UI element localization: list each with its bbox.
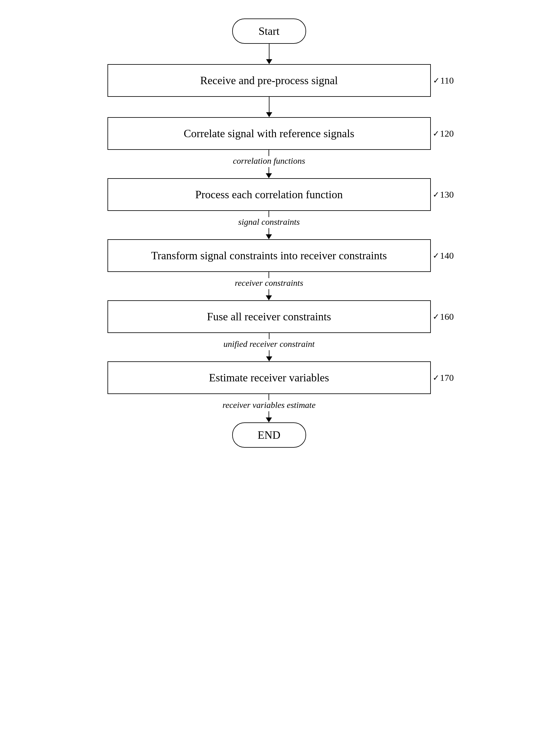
arrow-140-to-160: receiver constraints [235, 272, 303, 300]
arrow-label-final: receiver variables estimate [222, 400, 315, 410]
arrow-110-to-120 [266, 97, 272, 117]
start-label: Start [259, 25, 280, 37]
arrow-head [266, 112, 272, 117]
step-number-160: ✓ 160 [433, 311, 454, 322]
arrow-line [269, 211, 269, 217]
arrow-120-to-130: correlation functions [233, 150, 305, 178]
step-number-170: ✓ 170 [433, 372, 454, 383]
arrow-line [269, 272, 269, 278]
end-label: END [258, 429, 281, 441]
number-140: 140 [440, 250, 454, 261]
arrow-label-unified: unified receiver constraint [224, 339, 315, 349]
checkmark-140: ✓ [433, 251, 440, 261]
step-number-120: ✓ 120 [433, 128, 454, 139]
arrow-head [266, 173, 272, 178]
step-number-130: ✓ 130 [433, 189, 454, 200]
arrow-label-signal: signal constraints [239, 217, 300, 227]
checkmark-130: ✓ [433, 190, 440, 200]
end-terminal: END [232, 422, 306, 448]
arrow-label-correlation: correlation functions [233, 156, 305, 166]
arrow-line [269, 289, 269, 295]
process-box-170: Estimate receiver variables [107, 361, 431, 394]
arrow-line [269, 228, 269, 234]
arrow-head [266, 356, 272, 361]
arrow-head [266, 295, 272, 300]
step-row-130: Process each correlation function ✓ 130 [84, 178, 454, 211]
arrow-label-receiver: receiver constraints [235, 278, 303, 288]
step-120-text: Correlate signal with reference signals [184, 127, 354, 140]
checkmark-170: ✓ [433, 373, 440, 383]
checkmark-110: ✓ [433, 76, 440, 86]
step-row-140: Transform signal constraints into receiv… [84, 239, 454, 272]
arrow-line [269, 150, 269, 156]
arrow-start-to-110 [266, 44, 272, 64]
step-row-160: Fuse all receiver constraints ✓ 160 [84, 300, 454, 333]
step-130-text: Process each correlation function [195, 188, 343, 201]
number-170: 170 [440, 372, 454, 383]
flowchart-container: Start Receive and pre-process signal ✓ 1… [84, 19, 454, 448]
process-box-140: Transform signal constraints into receiv… [107, 239, 431, 272]
checkmark-120: ✓ [433, 129, 440, 139]
arrow-line [269, 394, 269, 400]
checkmark-160: ✓ [433, 312, 440, 322]
number-110: 110 [440, 75, 454, 86]
arrow-line [269, 411, 269, 417]
arrow-head [266, 234, 272, 239]
arrow-line [269, 350, 269, 356]
step-row-120: Correlate signal with reference signals … [84, 117, 454, 150]
step-110-text: Receive and pre-process signal [200, 74, 338, 87]
arrow-line [269, 44, 269, 59]
arrow-line [269, 97, 269, 112]
arrow-130-to-140: signal constraints [239, 211, 300, 239]
start-terminal: Start [232, 19, 306, 44]
number-120: 120 [440, 128, 454, 139]
step-170-text: Estimate receiver variables [209, 371, 329, 384]
number-160: 160 [440, 311, 454, 322]
arrow-170-to-end: receiver variables estimate [222, 394, 315, 422]
step-140-text: Transform signal constraints into receiv… [151, 249, 387, 262]
step-number-110: ✓ 110 [433, 75, 454, 86]
process-box-160: Fuse all receiver constraints [107, 300, 431, 333]
process-box-120: Correlate signal with reference signals [107, 117, 431, 150]
arrow-head [266, 59, 272, 64]
arrow-line [269, 167, 269, 173]
arrow-line [269, 333, 269, 339]
arrow-160-to-170: unified receiver constraint [224, 333, 315, 361]
process-box-130: Process each correlation function [107, 178, 431, 211]
process-box-110: Receive and pre-process signal [107, 64, 431, 97]
number-130: 130 [440, 189, 454, 200]
step-160-text: Fuse all receiver constraints [207, 310, 331, 323]
step-row-110: Receive and pre-process signal ✓ 110 [84, 64, 454, 97]
arrow-head [266, 417, 272, 422]
step-number-140: ✓ 140 [433, 250, 454, 261]
step-row-170: Estimate receiver variables ✓ 170 [84, 361, 454, 394]
